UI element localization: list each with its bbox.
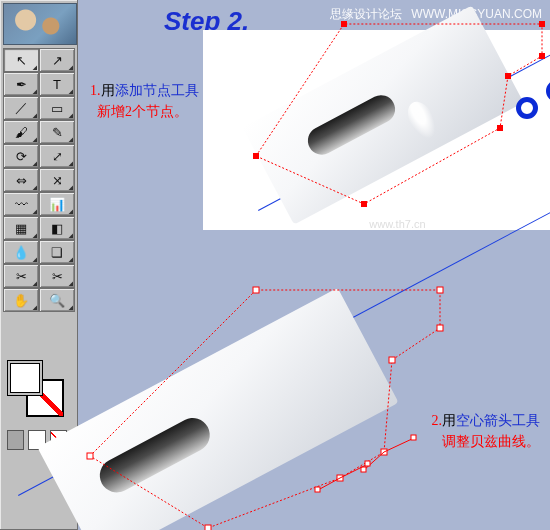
app-logo	[3, 3, 77, 45]
callout-ring-1	[516, 97, 538, 119]
svg-rect-10	[437, 325, 443, 331]
tutorial-stage: ↖↗✒T／▭🖌✎⟳⤢⇔⤨〰📊▦◧💧❏✂✂✋🔍 Step 2. 思缘设计论坛 WW…	[0, 0, 550, 530]
canvas-panel-bottom: 2.用空心箭头工具 调整贝兹曲线。	[78, 240, 550, 530]
warp-icon[interactable]: 〰	[3, 192, 39, 216]
annotation-1-num: 1.	[90, 83, 101, 98]
slider-slot-top	[303, 90, 400, 159]
reflect-icon[interactable]: ⇔	[3, 168, 39, 192]
svg-line-16	[364, 452, 384, 470]
svg-rect-9	[437, 287, 443, 293]
annotation-1-b: 新增2个节点。	[97, 104, 188, 119]
annotation-2-a: 用	[442, 413, 456, 428]
rotate-icon[interactable]: ⟳	[3, 144, 39, 168]
watermark-top-cn: 思缘设计论坛	[330, 7, 402, 21]
color-mode-solid[interactable]	[7, 430, 24, 450]
annotation-2-num: 2.	[432, 413, 443, 428]
svg-rect-18	[361, 467, 366, 472]
annotation-1-tool: 添加节点工具	[115, 83, 199, 98]
slider-slot-bottom	[94, 412, 216, 498]
scale-icon[interactable]: ⤢	[39, 144, 75, 168]
rect-icon[interactable]: ▭	[39, 96, 75, 120]
gradient-icon[interactable]: ◧	[39, 216, 75, 240]
svg-line-20	[318, 478, 340, 490]
svg-rect-13	[337, 475, 343, 481]
freetransform-icon[interactable]: ⤨	[39, 168, 75, 192]
column-graph-icon[interactable]: 📊	[39, 192, 75, 216]
svg-rect-12	[381, 449, 387, 455]
shape-slider-bottom[interactable]	[37, 288, 398, 530]
brush-icon[interactable]: 🖌	[3, 120, 39, 144]
annotation-1-a: 用	[101, 83, 115, 98]
watermark-top: 思缘设计论坛 WWW.MISSYUAN.COM	[330, 6, 542, 23]
watermark-mid-cn: 第七城市	[308, 217, 356, 231]
pencil-icon[interactable]: ✎	[39, 120, 75, 144]
annotation-1: 1.用添加节点工具 新增2个节点。	[90, 80, 199, 122]
annotation-2-tool: 空心箭头工具	[456, 413, 540, 428]
pen-icon[interactable]: ✒	[3, 72, 39, 96]
svg-rect-21	[365, 461, 370, 466]
svg-line-15	[384, 438, 414, 452]
svg-rect-8	[253, 287, 259, 293]
canvas-panel-top: Step 2. 思缘设计论坛 WWW.MISSYUAN.COM 1.用添加节点工…	[78, 0, 550, 240]
svg-rect-22	[315, 487, 320, 492]
mesh-icon[interactable]: ▦	[3, 216, 39, 240]
annotation-2: 2.用空心箭头工具 调整贝兹曲线。	[432, 410, 541, 452]
watermark-mid: 第七城市 www.th7.cn	[308, 216, 426, 233]
line-icon[interactable]: ／	[3, 96, 39, 120]
highlight-spot	[402, 97, 442, 144]
fill-swatch[interactable]	[7, 360, 43, 396]
svg-rect-11	[389, 357, 395, 363]
color-swatch-area[interactable]	[7, 360, 67, 420]
tool-grid: ↖↗✒T／▭🖌✎⟳⤢⇔⤨〰📊▦◧💧❏✂✂✋🔍	[3, 48, 75, 312]
direct-select-icon[interactable]: ↗	[39, 48, 75, 72]
svg-rect-14	[205, 525, 211, 530]
watermark-mid-en: www.th7.cn	[369, 218, 425, 230]
annotation-2-b: 调整贝兹曲线。	[442, 434, 540, 449]
type-icon[interactable]: T	[39, 72, 75, 96]
blend-icon[interactable]: ❏	[39, 240, 75, 264]
zoom-icon[interactable]: 🔍	[39, 288, 75, 312]
scissors-icon[interactable]: ✂	[39, 264, 75, 288]
svg-rect-17	[411, 435, 416, 440]
svg-line-19	[340, 464, 368, 478]
eyedropper-icon[interactable]: 💧	[3, 240, 39, 264]
slice-icon[interactable]: ✂	[3, 264, 39, 288]
arrow-icon[interactable]: ↖	[3, 48, 39, 72]
hand-icon[interactable]: ✋	[3, 288, 39, 312]
